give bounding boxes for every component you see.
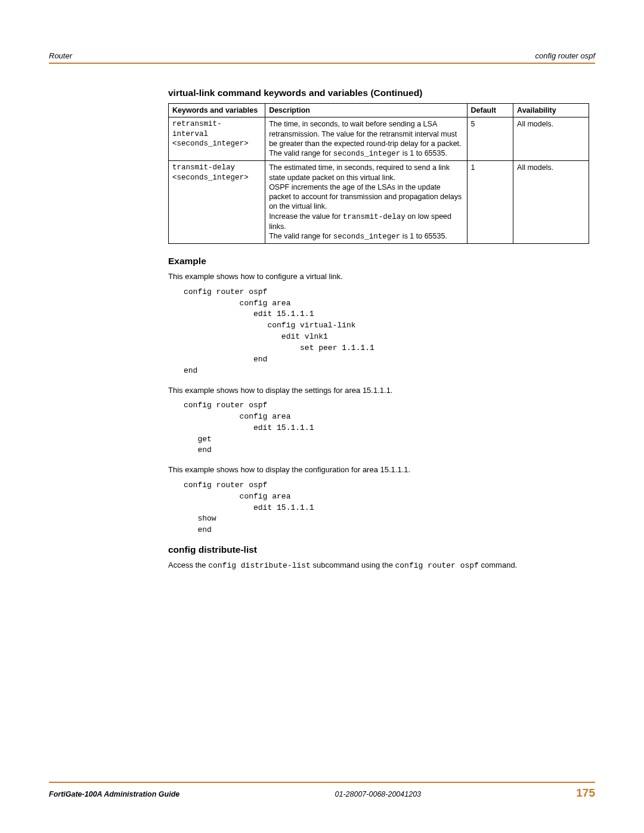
header-rule bbox=[49, 63, 595, 64]
th-description: Description bbox=[265, 104, 467, 117]
code-block-1: config router ospf config area edit 15.1… bbox=[184, 287, 589, 377]
code-block-3: config router ospf config area edit 15.1… bbox=[184, 480, 589, 536]
cell-default: 1 bbox=[467, 161, 513, 244]
header-right: config router ospf bbox=[535, 51, 595, 60]
cell-keyword: transmit-delay <seconds_integer> bbox=[169, 161, 265, 244]
th-keywords: Keywords and variables bbox=[169, 104, 265, 117]
header-left: Router bbox=[49, 51, 72, 60]
example-heading: Example bbox=[168, 256, 589, 267]
distribute-list-body: Access the config distribute-list subcom… bbox=[168, 560, 589, 571]
footer-page-number: 175 bbox=[576, 786, 595, 800]
table-row: retransmit- interval <seconds_integer> T… bbox=[169, 117, 589, 161]
th-availability: Availability bbox=[513, 104, 589, 117]
example-intro-1: This example shows how to configure a vi… bbox=[168, 271, 589, 282]
cell-availability: All models. bbox=[513, 117, 589, 161]
example-intro-3: This example shows how to display the co… bbox=[168, 465, 589, 475]
footer-doc-id: 01-28007-0068-20041203 bbox=[335, 790, 421, 798]
distribute-list-heading: config distribute-list bbox=[168, 544, 589, 555]
cell-description: The time, in seconds, to wait before sen… bbox=[265, 117, 467, 161]
code-block-2: config router ospf config area edit 15.1… bbox=[184, 400, 589, 456]
footer-guide-title: FortiGate-100A Administration Guide bbox=[49, 790, 179, 798]
table-title: virtual-link command keywords and variab… bbox=[168, 88, 589, 98]
table-row: transmit-delay <seconds_integer> The est… bbox=[169, 161, 589, 244]
table-header-row: Keywords and variables Description Defau… bbox=[169, 104, 589, 117]
cell-description: The estimated time, in seconds, required… bbox=[265, 161, 467, 244]
cell-availability: All models. bbox=[513, 161, 589, 244]
footer-rule bbox=[49, 782, 595, 783]
cell-default: 5 bbox=[467, 117, 513, 161]
th-default: Default bbox=[467, 104, 513, 117]
cell-keyword: retransmit- interval <seconds_integer> bbox=[169, 117, 265, 161]
example-intro-2: This example shows how to display the se… bbox=[168, 385, 589, 396]
keywords-table: Keywords and variables Description Defau… bbox=[168, 103, 589, 244]
